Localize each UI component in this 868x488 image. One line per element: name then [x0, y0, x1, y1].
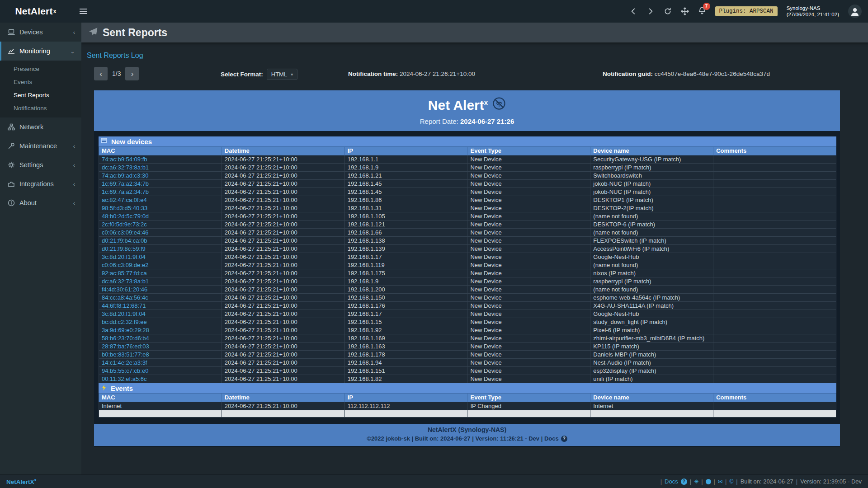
mac-address-link[interactable]: 1c:69:7a:a2:34:7b: [102, 188, 149, 195]
plugins-badge[interactable]: Plugins: ARPSCAN: [715, 6, 778, 16]
mac-cell[interactable]: 1c:69:7a:a2:34:7b: [99, 180, 222, 188]
event-type-cell: New Device: [467, 253, 590, 261]
mac-address-link[interactable]: 1c:69:7a:a2:34:7b: [102, 180, 149, 187]
mac-cell[interactable]: 84:cc:a8:4a:56:4c: [99, 294, 222, 302]
mac-address-link[interactable]: dc:a6:32:73:8a:b1: [102, 278, 149, 285]
column-header: Comments: [713, 394, 836, 402]
mac-address-link[interactable]: 58:b6:23:70:d6:b4: [102, 335, 149, 342]
bug-report-icon[interactable]: ✳: [694, 479, 698, 485]
mac-address-link[interactable]: 74:ac:b9:ad:c3:30: [102, 172, 148, 179]
mac-cell[interactable]: 98:5f:d3:d5:40:33: [99, 204, 222, 212]
comments-cell: [713, 204, 836, 212]
mac-address-link[interactable]: 14:c1:4e:2e:a3:3f: [102, 359, 147, 366]
mac-cell[interactable]: 2c:f0:5d:9e:73:2c: [99, 221, 222, 229]
mac-cell[interactable]: b0:be:83:51:77:e8: [99, 351, 222, 359]
mac-cell[interactable]: d0:21:f9:8c:59:f9: [99, 245, 222, 253]
mac-cell[interactable]: dc:a6:32:73:8a:b1: [99, 164, 222, 172]
event-type-cell: New Device: [467, 188, 590, 196]
comments-cell: [713, 367, 836, 375]
mac-address-link[interactable]: 84:cc:a8:4a:56:4c: [102, 294, 148, 301]
move-arrows-icon[interactable]: [681, 7, 689, 15]
footer-brand-link[interactable]: NetAlertXx: [6, 478, 37, 485]
mac-address-link[interactable]: 44:6f:f8:12:68:71: [102, 302, 146, 309]
mac-cell[interactable]: d0:21:f9:b4:ca:0b: [99, 237, 222, 245]
mac-address-link[interactable]: 2c:f0:5d:9e:73:2c: [102, 221, 147, 228]
datetime-cell: 2024-06-27 21:25:21+10:00: [222, 180, 344, 188]
notifications-bell-icon[interactable]: 7: [698, 6, 706, 16]
format-select[interactable]: HTML ▾: [267, 69, 297, 80]
mac-cell[interactable]: f4:4d:30:61:20:46: [99, 286, 222, 294]
mac-cell[interactable]: ac:82:47:ca:0f:e4: [99, 196, 222, 204]
sidebar-item-maintenance[interactable]: Maintenance ‹: [0, 136, 81, 155]
sidebar-item-integrations[interactable]: Integrations ‹: [0, 174, 81, 193]
mac-address-link[interactable]: 74:ac:b9:54:09:fb: [102, 156, 147, 163]
mac-cell[interactable]: dc:a6:32:73:8a:b1: [99, 277, 222, 286]
datetime-cell: 2024-06-27 21:25:21+10:00: [222, 326, 344, 334]
mac-address-link[interactable]: 3c:8d:20:f1:9f:04: [102, 253, 146, 260]
refresh-icon[interactable]: [664, 7, 672, 15]
nav-back-icon[interactable]: [629, 7, 637, 15]
docs-link[interactable]: Docs: [665, 478, 678, 485]
mac-cell[interactable]: 48:b0:2d:5c:79:0d: [99, 212, 222, 221]
datetime-cell: 2024-06-27 21:25:21+10:00: [222, 204, 344, 212]
mac-address-link[interactable]: f4:4d:30:61:20:46: [102, 286, 147, 293]
mac-address-link[interactable]: d0:21:f9:b4:ca:0b: [102, 237, 147, 244]
mac-cell[interactable]: 74:ac:b9:ad:c3:30: [99, 172, 222, 180]
sidebar-item-devices[interactable]: Devices ‹: [0, 23, 81, 42]
mac-cell[interactable]: 58:b6:23:70:d6:b4: [99, 334, 222, 343]
sidebar-item-settings[interactable]: Settings ‹: [0, 155, 81, 174]
mac-cell[interactable]: 00:11:32:ef:a5:6c: [99, 375, 222, 383]
mac-address-link[interactable]: bc:dd:c2:32:f9:ee: [102, 319, 147, 325]
sidebar-item-sent-reports[interactable]: Sent Reports: [0, 89, 81, 102]
device-name-cell: esphome-web-4a564c (IP match): [590, 294, 713, 302]
mac-cell[interactable]: 74:ac:b9:54:09:fb: [99, 155, 222, 164]
device-name-cell: (name not found): [590, 229, 713, 237]
mac-cell[interactable]: 44:6f:f8:12:68:71: [99, 302, 222, 310]
sidebar-item-presence[interactable]: Presence: [0, 62, 81, 75]
mac-cell[interactable]: 1c:69:7a:a2:34:7b: [99, 188, 222, 196]
mac-address-link[interactable]: c0:06:c3:09:e4:46: [102, 229, 148, 236]
mac-address-link[interactable]: b0:be:83:51:77:e8: [102, 351, 149, 358]
mac-address-link[interactable]: 98:5f:d3:d5:40:33: [102, 205, 147, 211]
sidebar-item-notifications[interactable]: Notifications: [0, 102, 81, 115]
mac-address-link[interactable]: 92:ac:85:77:fd:ca: [102, 270, 147, 277]
mac-cell[interactable]: 92:ac:85:77:fd:ca: [99, 269, 222, 277]
device-name-cell: (name not found): [590, 286, 713, 294]
mac-cell[interactable]: 3a:9d:69:e0:29:28: [99, 326, 222, 334]
mac-cell[interactable]: 14:c1:4e:2e:a3:3f: [99, 359, 222, 367]
mac-cell[interactable]: 3c:8d:20:f1:9f:04: [99, 310, 222, 318]
mac-cell[interactable]: c0:06:c3:09:de:e2: [99, 261, 222, 269]
prev-page-button[interactable]: ‹: [94, 67, 108, 80]
mac-address-link[interactable]: 3c:8d:20:f1:9f:04: [102, 310, 146, 317]
brand-logo[interactable]: NetAlertx: [0, 0, 71, 23]
sidebar-toggle-icon[interactable]: [74, 0, 92, 23]
sidebar-item-events[interactable]: Events: [0, 75, 81, 89]
mac-cell[interactable]: 94:b5:55:c7:cb:e0: [99, 367, 222, 375]
mac-address-link[interactable]: c0:06:c3:09:de:e2: [102, 262, 148, 268]
mac-address-link[interactable]: 3a:9d:69:e0:29:28: [102, 327, 149, 333]
github-icon[interactable]: [706, 479, 711, 484]
user-avatar[interactable]: [848, 5, 862, 18]
sidebar-item-network[interactable]: Network: [0, 117, 81, 136]
sidebar-item-about[interactable]: About ‹: [0, 193, 81, 212]
mac-cell[interactable]: 3c:8d:20:f1:9f:04: [99, 253, 222, 261]
sent-reports-log-link[interactable]: Sent Reports Log: [87, 52, 143, 60]
mac-address-link[interactable]: d0:21:f9:8c:59:f9: [102, 245, 146, 252]
question-circle-icon[interactable]: ?: [681, 479, 687, 485]
mac-address-link[interactable]: 28:87:ba:76:ed:03: [102, 343, 149, 350]
mac-address-link[interactable]: 94:b5:55:c7:cb:e0: [102, 367, 148, 374]
mac-address-link[interactable]: dc:a6:32:73:8a:b1: [102, 164, 149, 171]
email-icon[interactable]: ✉: [718, 479, 722, 485]
nav-forward-icon[interactable]: [646, 7, 655, 15]
mac-address-link[interactable]: ac:82:47:ca:0f:e4: [102, 197, 147, 203]
copyright-icon[interactable]: ©: [729, 479, 733, 485]
mac-cell[interactable]: bc:dd:c2:32:f9:ee: [99, 318, 222, 326]
mac-cell[interactable]: 28:87:ba:76:ed:03: [99, 343, 222, 351]
sidebar-item-monitoring[interactable]: Monitoring ⌄: [0, 42, 81, 61]
mac-address-link[interactable]: 00:11:32:ef:a5:6c: [102, 375, 147, 382]
mac-address-link[interactable]: 48:b0:2d:5c:79:0d: [102, 213, 149, 220]
next-page-button[interactable]: ›: [125, 67, 139, 80]
device-name-cell: Switchboardswitch: [590, 172, 713, 180]
mac-cell[interactable]: c0:06:c3:09:e4:46: [99, 229, 222, 237]
ip-cell: 192.168.1.176: [344, 302, 467, 310]
